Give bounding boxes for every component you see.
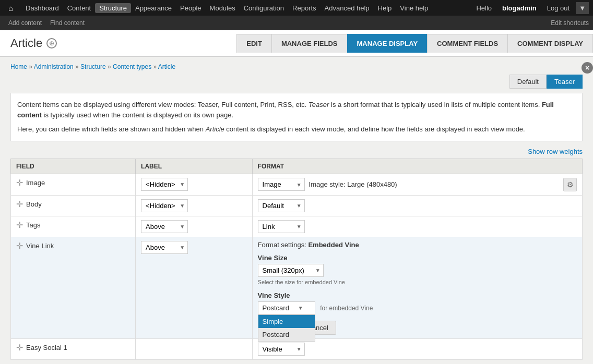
find-content-link[interactable]: Find content — [46, 19, 89, 27]
drag-handle-easy-social[interactable]: ✛ — [16, 343, 26, 353]
field-image-label-cell: <Hidden> — [136, 174, 252, 195]
article-title-area: Article ⊕ — [0, 30, 67, 56]
show-row-weights-link[interactable]: Show row weights — [528, 148, 583, 155]
field-image-name-cell: ✛ Image — [11, 174, 136, 195]
vine-style-dropdown-btn[interactable]: Postcard ▼ — [258, 301, 315, 314]
image-label-select[interactable]: <Hidden> — [141, 178, 188, 191]
nav-help[interactable]: Help — [374, 4, 396, 12]
drag-handle-body[interactable]: ✛ — [16, 199, 26, 209]
nav-reports[interactable]: Reports — [288, 4, 321, 12]
edit-shortcuts-link[interactable]: Edit shortcuts — [551, 19, 589, 27]
close-button[interactable]: × — [582, 62, 593, 74]
easy-social-format-select[interactable]: Visible Hidden — [258, 343, 305, 356]
vine-style-dropdown[interactable]: Postcard ▼ Simple Postcard — [258, 301, 315, 314]
tags-label-select[interactable]: Above — [141, 220, 188, 233]
desc-line4: Here, you can define which fields are sh… — [17, 125, 206, 133]
nav-modules[interactable]: Modules — [206, 4, 240, 12]
vine-size-section: Vine Size Small (320px) Medium (480px) L… — [258, 254, 577, 285]
view-mode-default[interactable]: Default — [509, 75, 547, 89]
drag-handle-image[interactable]: ✛ — [16, 178, 26, 188]
user-area: Hello blogadmin Log out ▼ — [472, 2, 589, 14]
breadcrumb-article[interactable]: Article — [158, 63, 175, 70]
vine-style-option-simple[interactable]: Simple — [258, 315, 315, 328]
article-settings-icon[interactable]: ⊕ — [46, 38, 57, 48]
main-content: × Home » Administration » Structure » Co… — [0, 57, 593, 364]
nav-people[interactable]: People — [176, 4, 205, 12]
easy-social-label-cell — [136, 338, 252, 359]
tab-manage-fields[interactable]: MANAGE FIELDS — [271, 34, 348, 53]
tags-format-select[interactable]: Link — [258, 220, 305, 233]
nav-content[interactable]: Content — [63, 4, 96, 12]
breadcrumb-structure[interactable]: Structure — [80, 63, 106, 70]
field-body-name-cell: ✛ Body — [11, 195, 136, 216]
content-area: Article ⊕ EDIT MANAGE FIELDS MANAGE DISP… — [0, 30, 593, 364]
vine-style-dropdown-list: Simple Postcard — [258, 314, 315, 342]
secondary-navigation: Add content Find content Edit shortcuts — [0, 16, 593, 30]
fields-table: FIELD LABEL FORMAT ✛ Image — [10, 159, 583, 360]
nav-vine-help[interactable]: Vine help — [396, 4, 432, 12]
body-format-select-wrapper: Default — [258, 199, 305, 212]
field-image-format-cell: Image Image style: Large (480x480) ⚙ — [252, 174, 582, 195]
user-dropdown-arrow[interactable]: ▼ — [576, 2, 589, 14]
field-image-label: Image — [26, 179, 45, 187]
nav-advanced-help[interactable]: Advanced help — [321, 4, 374, 12]
vine-field-label: Vine Link — [26, 242, 54, 250]
field-tags-name-cell: ✛ Tags — [11, 216, 136, 237]
vine-format-cell: Format settings: Embedded Vine Vine Size… — [252, 237, 582, 338]
table-row: ✛ Body <Hidden> — [11, 195, 583, 216]
vine-label-select[interactable]: Above — [141, 241, 188, 254]
view-mode-buttons: Default Teaser — [10, 75, 583, 89]
col-field: FIELD — [11, 159, 136, 174]
nav-structure[interactable]: Structure — [95, 3, 131, 13]
body-label-select[interactable]: <Hidden> — [141, 199, 188, 212]
image-gear-button[interactable]: ⚙ — [563, 178, 577, 191]
easy-social-name-cell: ✛ Easy Social 1 — [11, 338, 136, 359]
add-content-link[interactable]: Add content — [4, 19, 46, 27]
tab-edit[interactable]: EDIT — [236, 34, 272, 53]
tab-comment-display[interactable]: COMMENT DISPLAY — [507, 34, 593, 53]
col-format: FORMAT — [252, 159, 582, 174]
nav-appearance[interactable]: Appearance — [131, 4, 176, 12]
field-body-format-cell: Default — [252, 195, 582, 216]
desc-line2: is a short format that is typically used… — [329, 101, 542, 108]
field-body-label-cell: <Hidden> — [136, 195, 252, 216]
breadcrumb-home[interactable]: Home — [10, 63, 27, 70]
article-title: Article — [10, 37, 42, 50]
vine-style-label: Vine Style — [258, 292, 577, 299]
nav-dashboard[interactable]: Dashboard — [21, 4, 63, 12]
format-settings-label: Format settings: — [258, 241, 306, 249]
body-format-select[interactable]: Default — [258, 199, 305, 212]
easy-social-label: Easy Social 1 — [26, 344, 67, 351]
vine-style-option-postcard[interactable]: Postcard — [258, 328, 315, 341]
image-format-select-wrapper: Image — [258, 178, 305, 191]
format-settings-value: Embedded Vine — [308, 241, 359, 249]
tags-format-select-wrapper: Link — [258, 220, 305, 233]
vine-size-label: Vine Size — [258, 254, 577, 262]
vine-size-hint: Select the size for embedded Vine — [258, 279, 577, 285]
desc-line1: Content items can be displayed using dif… — [17, 101, 309, 108]
easy-social-format-wrapper: Visible Hidden — [258, 343, 305, 356]
home-icon[interactable]: ⌂ — [4, 4, 17, 13]
body-label-select-wrapper: <Hidden> — [141, 199, 188, 212]
drag-handle-tags[interactable]: ✛ — [16, 220, 26, 230]
drag-handle-vine[interactable]: ✛ — [16, 241, 26, 251]
nav-configuration[interactable]: Configuration — [240, 4, 288, 12]
image-style-text: Image style: Large (480x480) — [309, 180, 397, 188]
tab-manage-display[interactable]: MANAGE DISPLAY — [347, 34, 428, 53]
vine-size-select[interactable]: Small (320px) Medium (480px) Large (640p… — [258, 264, 324, 277]
vine-style-section: Vine Style Postcard ▼ Simple Postcard — [258, 292, 577, 314]
desc-line3: is typically used when the content is di… — [42, 111, 233, 119]
easy-social-format-cell: Visible Hidden — [252, 338, 582, 359]
vine-style-selected: Postcard — [263, 304, 289, 312]
breadcrumb-content-types[interactable]: Content types — [113, 63, 151, 70]
breadcrumb-administration[interactable]: Administration — [34, 63, 74, 70]
article-header: Article ⊕ EDIT MANAGE FIELDS MANAGE DISP… — [0, 30, 593, 57]
vine-row: ✛ Vine Link Above Format setti — [11, 237, 583, 338]
tab-comment-fields[interactable]: COMMENT FIELDS — [427, 34, 508, 53]
table-row: ✛ Image <Hidden> — [11, 174, 583, 195]
logout-link[interactable]: Log out — [543, 4, 574, 12]
view-mode-teaser[interactable]: Teaser — [547, 75, 583, 89]
breadcrumb: Home » Administration » Structure » Cont… — [10, 57, 583, 75]
hello-text: Hello — [472, 4, 496, 12]
image-format-select[interactable]: Image — [258, 178, 305, 191]
